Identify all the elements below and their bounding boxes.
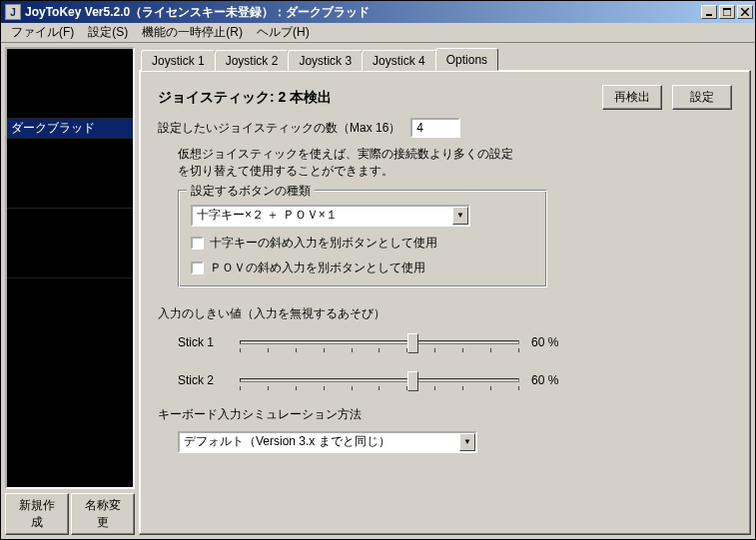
menu-help[interactable]: ヘルプ(H) [251,22,316,43]
redetect-button[interactable]: 再検出 [602,85,662,110]
svg-rect-2 [723,8,731,10]
menu-settings[interactable]: 設定(S) [82,22,134,43]
main-area: Joystick 1 Joystick 2 Joystick 3 Joystic… [139,47,751,535]
tab-label: Joystick 2 [226,54,279,68]
minimize-icon [705,8,713,16]
menubar: ファイル(F) 設定(S) 機能の一時停止(R) ヘルプ(H) [1,23,755,43]
stick2-value: 60 % [531,373,558,387]
tab-label: Joystick 4 [373,54,425,68]
list-item[interactable] [7,139,133,209]
tab-label: Joystick 3 [299,54,352,68]
button-type-group: 設定するボタンの種類 十字キー×２ ＋ ＰＯＶ×１ ▼ 十字キーの斜め入力を別ボ… [178,190,547,287]
list-blank [7,209,133,278]
app-icon: J [5,4,21,20]
options-heading: ジョイスティック: 2 本検出 [158,89,332,107]
list-item[interactable] [7,49,133,119]
close-icon [741,8,749,16]
window-controls [701,5,753,19]
chevron-down-icon[interactable]: ▼ [459,433,475,451]
svg-rect-0 [706,14,712,16]
maximize-button[interactable] [719,5,735,19]
stick1-label: Stick 1 [178,335,228,349]
window-title: JoyToKey Ver5.2.0（ライセンスキー未登録）：ダークブラッド [25,4,701,21]
joystick-count-input[interactable] [410,118,460,138]
tab-label: Options [446,53,487,67]
stick1-slider[interactable] [240,330,519,354]
tab-joystick-3[interactable]: Joystick 3 [288,50,363,71]
options-panel: ジョイスティック: 2 本検出 再検出 設定 設定したいジョイスティックの数（M… [139,70,751,535]
slider-track [240,340,519,344]
tab-joystick-1[interactable]: Joystick 1 [141,50,216,71]
combo-value: デフォルト（Version 3.x までと同じ） [180,433,459,450]
menu-pause[interactable]: 機能の一時停止(R) [136,22,249,43]
sidebar: ダークブラッド 新規作成 名称変更 [5,47,135,535]
stick2-slider[interactable] [240,368,519,392]
threshold-label: 入力のしきい値（入力を無視するあそび） [158,305,732,322]
stick2-label: Stick 2 [178,373,228,387]
diagonal-checkbox[interactable] [191,237,204,250]
button-type-combo[interactable]: 十字キー×２ ＋ ＰＯＶ×１ ▼ [191,205,470,227]
joystick-settings-button[interactable]: 設定 [672,85,732,110]
profile-label: ダークブラッド [11,120,95,137]
tab-strip: Joystick 1 Joystick 2 Joystick 3 Joystic… [139,47,751,70]
stick1-value: 60 % [531,335,558,349]
keyboard-sim-label: キーボード入力シミュレーション方法 [158,406,732,423]
slider-track [240,378,519,382]
new-profile-button[interactable]: 新規作成 [5,493,69,535]
menu-file[interactable]: ファイル(F) [5,22,80,43]
tab-joystick-4[interactable]: Joystick 4 [362,50,436,71]
client-area: ダークブラッド 新規作成 名称変更 Joystick 1 Joystick 2 … [1,43,755,539]
rename-profile-button[interactable]: 名称変更 [71,493,135,535]
profile-list[interactable]: ダークブラッド [5,47,135,489]
app-window: J JoyToKey Ver5.2.0（ライセンスキー未登録）：ダークブラッド … [0,0,756,540]
tab-options[interactable]: Options [435,48,498,71]
pov-diagonal-checkbox[interactable] [191,262,204,274]
keyboard-sim-combo[interactable]: デフォルト（Version 3.x までと同じ） ▼ [178,431,477,453]
group-title: 設定するボタンの種類 [187,183,315,200]
close-button[interactable] [737,5,753,19]
joystick-count-label: 設定したいジョイスティックの数（Max 16） [158,120,400,137]
diagonal-label: 十字キーの斜め入力を別ボタンとして使用 [210,235,437,252]
minimize-button[interactable] [701,5,717,19]
pov-diagonal-label: ＰＯＶの斜め入力を別ボタンとして使用 [210,260,425,276]
combo-value: 十字キー×２ ＋ ＰＯＶ×１ [193,207,452,224]
list-item-selected[interactable]: ダークブラッド [7,119,133,139]
chevron-down-icon[interactable]: ▼ [452,207,468,225]
tab-label: Joystick 1 [152,54,205,68]
titlebar: J JoyToKey Ver5.2.0（ライセンスキー未登録）：ダークブラッド [1,1,755,23]
slider-ticks [240,348,519,352]
maximize-icon [723,8,731,16]
tab-joystick-2[interactable]: Joystick 2 [215,50,290,71]
virtual-joystick-note: 仮想ジョイスティックを使えば、実際の接続数より多くの設定 を切り替えて使用するこ… [178,146,732,180]
slider-ticks [240,386,519,390]
